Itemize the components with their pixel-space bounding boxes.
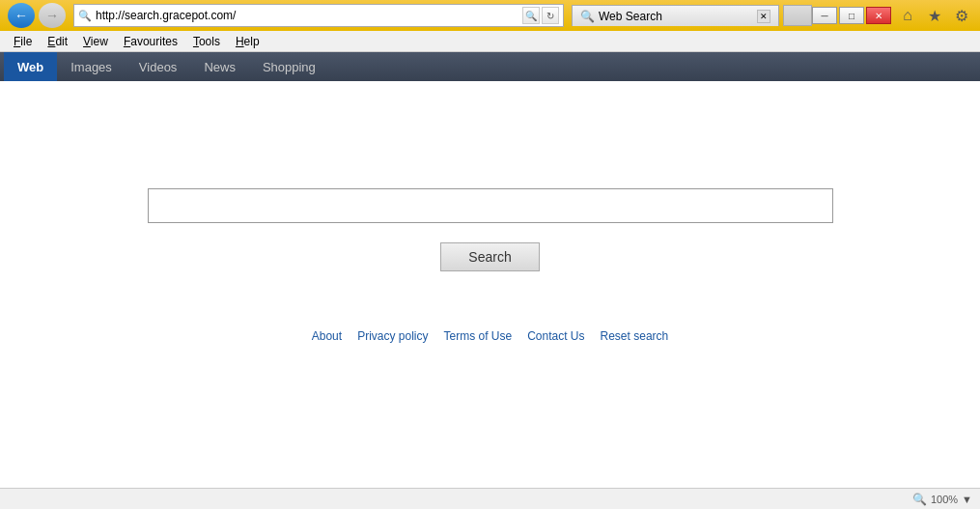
minimize-button[interactable]: ─ (812, 7, 837, 24)
title-bar-left: ← → 🔍 🔍 ↻ 🔍 ✕ (8, 3, 812, 28)
menu-help[interactable]: Help (228, 33, 267, 50)
menu-file[interactable]: File (6, 33, 40, 50)
tab-shopping[interactable]: Shopping (249, 52, 329, 81)
nav-tabs: Web Images Videos News Shopping (0, 52, 980, 81)
forward-button[interactable]: → (39, 3, 66, 28)
refresh-btn[interactable]: ↻ (542, 7, 559, 24)
menu-view[interactable]: View (75, 33, 116, 50)
menu-bar: File Edit View Favourites Tools Help (0, 31, 980, 52)
title-bar: ← → 🔍 🔍 ↻ 🔍 ✕ ─ □ ✕ ⌂ ★ ⚙ (0, 0, 980, 31)
favorites-icon[interactable]: ★ (924, 5, 945, 26)
footer-reset[interactable]: Reset search (601, 329, 669, 343)
menu-favourites[interactable]: Favourites (116, 33, 185, 50)
zoom-icon: 🔍 (912, 493, 927, 506)
zoom-level: 100% (931, 494, 958, 505)
search-addr-btn[interactable]: 🔍 (522, 7, 540, 24)
tab-placeholder (783, 5, 812, 26)
address-actions: 🔍 ↻ (522, 7, 559, 24)
search-button[interactable]: Search (440, 242, 539, 271)
address-bar: 🔍 🔍 ↻ (73, 4, 564, 27)
footer-links: About Privacy policy Terms of Use Contac… (312, 329, 668, 343)
tab-news[interactable]: News (190, 52, 249, 81)
address-icon: 🔍 (78, 10, 92, 22)
home-icon[interactable]: ⌂ (897, 5, 918, 26)
search-tab-icon: 🔍 (580, 10, 595, 23)
status-bar: 🔍 100% ▼ (0, 488, 980, 509)
footer-contact[interactable]: Contact Us (527, 329, 584, 343)
address-input[interactable] (96, 9, 518, 22)
search-tab-input[interactable] (599, 10, 753, 23)
tab-web[interactable]: Web (4, 52, 57, 81)
close-button[interactable]: ✕ (866, 7, 891, 24)
menu-tools[interactable]: Tools (185, 33, 228, 50)
back-button[interactable]: ← (8, 3, 35, 28)
window-btn-group: ─ □ ✕ (812, 7, 891, 24)
menu-edit[interactable]: Edit (40, 33, 75, 50)
search-input[interactable] (148, 188, 833, 223)
search-tab-close[interactable]: ✕ (757, 10, 770, 23)
footer-terms[interactable]: Terms of Use (443, 329, 512, 343)
search-tab[interactable]: 🔍 ✕ (572, 5, 779, 26)
toolbar-right: ─ □ ✕ ⌂ ★ ⚙ (812, 5, 972, 26)
zoom-dropdown-icon[interactable]: ▼ (962, 494, 972, 505)
tab-videos[interactable]: Videos (126, 52, 191, 81)
footer-about[interactable]: About (312, 329, 342, 343)
settings-icon[interactable]: ⚙ (951, 5, 972, 26)
search-input-wrapper (148, 188, 833, 223)
main-content: Search About Privacy policy Terms of Use… (0, 81, 980, 488)
footer-privacy[interactable]: Privacy policy (357, 329, 428, 343)
restore-button[interactable]: □ (839, 7, 864, 24)
tab-images[interactable]: Images (57, 52, 126, 81)
